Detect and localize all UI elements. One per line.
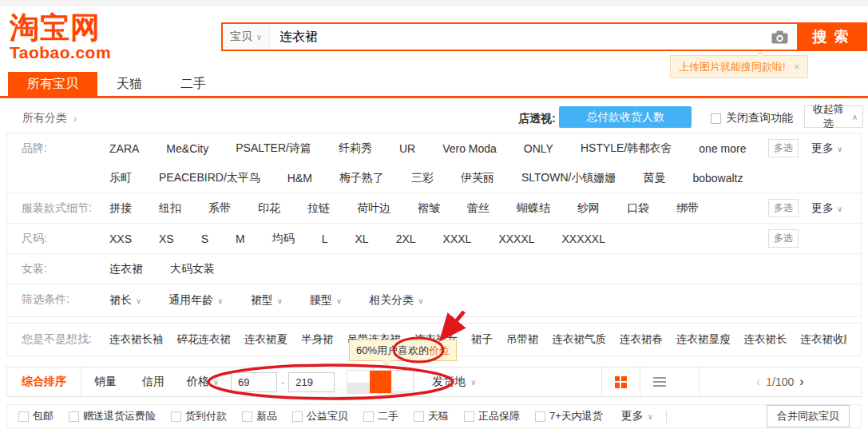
filter-option[interactable]: 茵曼 xyxy=(643,171,665,185)
service-checkbox[interactable]: 公益宝贝 xyxy=(292,409,348,423)
filter-option[interactable]: XXXL xyxy=(443,232,472,245)
filter-option[interactable]: 口袋 xyxy=(627,201,649,216)
suggestion-link[interactable]: 连衣裙春 xyxy=(620,332,663,347)
tab-2[interactable]: 二手 xyxy=(161,72,225,96)
filter-option[interactable]: 荷叶边 xyxy=(357,201,390,216)
filter-option[interactable]: PEACEBIRD/太平鸟 xyxy=(159,171,260,185)
filter-dropdown[interactable]: 通用年龄∨ xyxy=(168,293,223,308)
filter-option[interactable]: 大码女装 xyxy=(170,262,215,276)
collapse-filters-button[interactable]: 收起筛选 ∧ xyxy=(804,105,863,128)
checkbox-icon[interactable] xyxy=(711,113,721,124)
search-scope-dropdown[interactable]: 宝贝 ∨ xyxy=(223,24,270,50)
checkbox-icon[interactable] xyxy=(464,411,474,422)
filter-option[interactable]: 拼接 xyxy=(109,201,132,216)
service-checkbox[interactable]: 二手 xyxy=(363,409,398,423)
service-checkbox[interactable]: 天猫 xyxy=(414,409,449,423)
more-button[interactable]: 更多∨ xyxy=(811,201,842,216)
close-query-checkbox[interactable]: 关闭查询功能 xyxy=(711,111,793,125)
filter-option[interactable]: 乐町 xyxy=(109,171,132,185)
filter-option[interactable]: 纤莉秀 xyxy=(339,141,372,156)
filter-option[interactable]: Me&City xyxy=(166,142,208,155)
more-button[interactable]: 更多∨ xyxy=(811,141,842,156)
price-histogram[interactable] xyxy=(347,370,414,394)
filter-option[interactable]: 梅子熟了 xyxy=(339,171,384,185)
grid-view-button[interactable] xyxy=(601,367,640,396)
checkbox-icon[interactable] xyxy=(414,411,424,422)
search-button[interactable]: 搜索 xyxy=(799,22,867,51)
suggestion-link[interactable]: 连衣裙气质 xyxy=(553,332,607,347)
list-view-button[interactable] xyxy=(640,367,700,396)
service-checkbox[interactable]: 新品 xyxy=(242,409,277,423)
filter-option[interactable]: UR xyxy=(399,142,415,155)
filter-option[interactable]: 纱网 xyxy=(577,201,600,216)
merge-same-items-button[interactable]: 合并同款宝贝 xyxy=(767,405,850,427)
multi-select-button[interactable]: 多选 xyxy=(768,139,799,157)
filter-option[interactable]: S xyxy=(201,232,208,245)
filter-option[interactable]: PSALTER/诗篇 xyxy=(236,141,311,156)
filter-dropdown[interactable]: 裙型∨ xyxy=(251,293,283,308)
filter-option[interactable]: Vero Moda xyxy=(442,142,497,155)
checkbox-icon[interactable] xyxy=(535,411,545,422)
filter-option[interactable]: XS xyxy=(159,232,174,245)
filter-option[interactable]: L xyxy=(322,232,328,245)
sort-tab-1[interactable]: 销量 xyxy=(81,367,129,396)
filter-option[interactable]: 褶皱 xyxy=(418,201,440,216)
price-max-input[interactable] xyxy=(288,372,335,392)
suggestion-link[interactable]: 裙子 xyxy=(471,332,493,347)
filter-option[interactable]: 蝴蝶结 xyxy=(517,201,550,216)
suggestion-link[interactable]: 连衣裙显瘦 xyxy=(676,332,731,347)
filter-option[interactable]: 2XL xyxy=(396,232,416,245)
filter-option[interactable]: 均码 xyxy=(272,232,295,246)
footer-more-dropdown[interactable]: 更多 ∨ xyxy=(621,409,653,423)
filter-option[interactable]: XXS xyxy=(109,232,132,245)
checkbox-icon[interactable] xyxy=(171,411,181,422)
filter-option[interactable]: bobowaltz xyxy=(692,172,743,185)
filter-option[interactable]: ZARA xyxy=(109,142,139,155)
filter-option[interactable]: 印花 xyxy=(258,201,280,216)
filter-option[interactable]: ONLY xyxy=(524,142,553,155)
checkbox-icon[interactable] xyxy=(69,411,79,422)
filter-option[interactable]: 伊芙丽 xyxy=(461,171,494,185)
filter-dropdown[interactable]: 裙长∨ xyxy=(109,293,141,308)
sort-tab-0[interactable]: 综合排序 xyxy=(7,367,81,396)
service-checkbox[interactable]: 赠送退货运费险 xyxy=(69,409,156,423)
price-sort-dropdown[interactable]: 价格 ∨ xyxy=(177,375,228,389)
filter-option[interactable]: SLTOWN/小镇姗姗 xyxy=(521,171,616,185)
suggestion-link[interactable]: 连衣裙夏 xyxy=(244,332,287,347)
service-checkbox[interactable]: 包邮 xyxy=(18,409,54,423)
tab-1[interactable]: 天猫 xyxy=(97,72,161,96)
image-search-button[interactable] xyxy=(762,24,797,50)
filter-dropdown[interactable]: 腰型∨ xyxy=(310,293,342,308)
filter-option[interactable]: 三彩 xyxy=(411,171,434,185)
prev-page-button[interactable]: ‹ xyxy=(756,375,760,389)
filter-dropdown[interactable]: 相关分类∨ xyxy=(369,293,423,308)
filter-option[interactable]: 连衣裙 xyxy=(109,262,143,276)
suggestion-link[interactable]: 吊带裙 xyxy=(506,332,539,347)
close-icon[interactable]: × xyxy=(794,61,800,73)
filter-option[interactable]: XXXXL xyxy=(498,232,534,245)
checkbox-icon[interactable] xyxy=(292,411,303,422)
filter-option[interactable]: XL xyxy=(355,232,369,245)
suggestion-link[interactable]: 连衣裙长袖 xyxy=(109,332,164,347)
search-input[interactable] xyxy=(270,24,762,50)
ship-from-dropdown[interactable]: 发货地 ∨ xyxy=(414,367,493,396)
service-checkbox[interactable]: 7+天内退货 xyxy=(535,409,603,423)
checkbox-icon[interactable] xyxy=(18,411,29,422)
next-page-button[interactable]: › xyxy=(799,375,803,389)
price-min-input[interactable] xyxy=(231,372,277,392)
filter-option[interactable]: 纽扣 xyxy=(159,201,181,216)
filter-option[interactable]: 拉链 xyxy=(307,201,330,216)
tab-0[interactable]: 所有宝贝 xyxy=(8,72,97,96)
filter-option[interactable]: H&M xyxy=(287,172,312,185)
sort-tab-2[interactable]: 信用 xyxy=(129,367,177,396)
taobao-logo[interactable]: 淘宝网 Taobao.com xyxy=(10,13,111,62)
checkbox-icon[interactable] xyxy=(242,411,252,422)
checkbox-icon[interactable] xyxy=(363,411,374,422)
multi-select-button[interactable]: 多选 xyxy=(768,199,799,217)
all-categories-breadcrumb[interactable]: 所有分类 › xyxy=(22,111,77,125)
suggestion-link[interactable]: 连衣裙收腰 xyxy=(801,332,847,347)
shop-view-button[interactable]: 总付款收货人数 xyxy=(559,106,692,128)
filter-option[interactable]: 绑带 xyxy=(676,201,699,216)
filter-option[interactable]: 系带 xyxy=(208,201,231,216)
filter-option[interactable]: XXXXXL xyxy=(562,232,605,245)
